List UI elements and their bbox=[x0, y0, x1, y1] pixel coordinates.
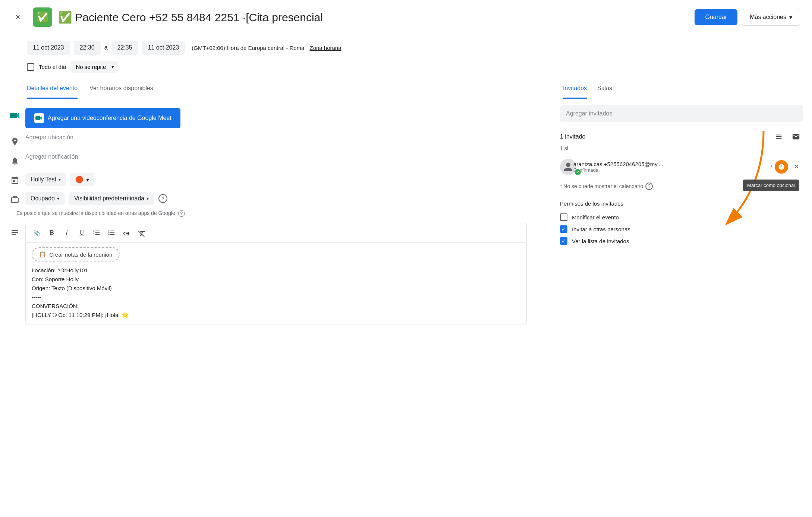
notification-field-row: Agregar notificación bbox=[0, 150, 551, 170]
mark-optional-tooltip: Marcar como opcional bbox=[743, 180, 799, 191]
meet-button[interactable]: Agregar una videoconferencia de Google M… bbox=[25, 108, 180, 128]
bullet-list-button[interactable] bbox=[105, 226, 118, 240]
start-date-chip[interactable]: 11 oct 2023 bbox=[27, 41, 70, 55]
svg-rect-9 bbox=[110, 232, 114, 233]
start-time-chip[interactable]: 22:30 bbox=[74, 41, 101, 55]
calendar-field-content: Holly Test ▾ bbox=[25, 173, 539, 186]
repeat-wrapper: No se repite bbox=[70, 61, 118, 73]
link-button[interactable] bbox=[120, 226, 133, 240]
permissions-section: Permisos de los invitados Modificar el e… bbox=[551, 194, 812, 250]
guest-buttons: * Marcar como opcional ✕ bbox=[771, 160, 803, 174]
see-guest-list-label: Ver la lista de invitados bbox=[572, 238, 629, 244]
guest-sub-count: 1 sí bbox=[551, 145, 812, 156]
svg-point-13 bbox=[108, 234, 110, 235]
svg-text:3.: 3. bbox=[93, 234, 95, 236]
add-guest-field[interactable]: Agregar invitados bbox=[560, 105, 803, 122]
help-icon[interactable]: ? bbox=[158, 194, 167, 203]
end-date-chip[interactable]: 11 oct 2023 bbox=[142, 41, 185, 55]
description-editor[interactable]: 📎 B I U 1. 2. 3. bbox=[25, 223, 527, 324]
svg-rect-4 bbox=[95, 234, 100, 235]
guest-info: arantza.cas.+525562046205@my.... Confirm… bbox=[573, 161, 766, 173]
status-selector[interactable]: Ocupado bbox=[25, 192, 64, 205]
attach-button[interactable]: 📎 bbox=[30, 226, 44, 240]
guest-actions bbox=[772, 130, 803, 144]
svg-rect-0 bbox=[10, 113, 17, 118]
color-swatch bbox=[76, 176, 83, 183]
permission-row-invite: ✓ Invitar a otras personas bbox=[560, 223, 803, 235]
description-toolbar: 📎 B I U 1. 2. 3. bbox=[26, 223, 526, 243]
remove-guest-button[interactable]: ✕ bbox=[790, 160, 803, 174]
end-time-chip[interactable]: 22:35 bbox=[111, 41, 138, 55]
main-body: Detalles del evento Ver horarios disponi… bbox=[0, 79, 812, 517]
tab-details[interactable]: Detalles del evento bbox=[27, 79, 78, 99]
invite-others-checkbox[interactable]: ✓ bbox=[560, 225, 567, 233]
briefcase-icon bbox=[9, 194, 21, 206]
meet-icon bbox=[9, 110, 21, 121]
tab-availability[interactable]: Ver horarios disponibles bbox=[89, 79, 153, 99]
meet-field-row: Agregar una videoconferencia de Google M… bbox=[0, 105, 551, 131]
description-field-row: 📎 B I U 1. 2. 3. bbox=[0, 218, 551, 329]
color-selector[interactable]: ▾ bbox=[70, 173, 94, 186]
notification-placeholder[interactable]: Agregar notificación bbox=[25, 150, 78, 164]
tab-guests[interactable]: Invitados bbox=[563, 79, 587, 99]
close-button[interactable]: × bbox=[9, 8, 27, 26]
calendar-select-row: Holly Test ▾ bbox=[25, 173, 539, 186]
svg-point-11 bbox=[108, 231, 110, 232]
title-icon: ✅ bbox=[33, 7, 52, 27]
notes-icon: 📋 bbox=[39, 251, 46, 258]
more-actions-button[interactable]: Más acciones ▾ bbox=[742, 9, 800, 26]
calendar-selector[interactable]: Holly Test bbox=[25, 173, 66, 186]
meet-field-content: Agregar una videoconferencia de Google M… bbox=[25, 108, 539, 128]
allday-checkbox[interactable] bbox=[27, 63, 34, 71]
location-field-row: Agregar ubicación bbox=[0, 131, 551, 150]
repeat-select[interactable]: No se repite bbox=[70, 61, 118, 73]
status-row: Ocupado Visibilidad predeterminada ? bbox=[25, 192, 539, 205]
guest-count: 1 invitado bbox=[551, 125, 812, 145]
chevron-down-icon: ▾ bbox=[789, 14, 792, 21]
allday-row: Todo el día No se repite bbox=[0, 58, 812, 79]
italic-button[interactable]: I bbox=[60, 226, 73, 240]
calendar-field-row: Holly Test ▾ bbox=[0, 170, 551, 189]
numbered-list-button[interactable]: 1. 2. 3. bbox=[90, 226, 103, 240]
location-field-content[interactable]: Agregar ubicación bbox=[25, 134, 539, 141]
underline-button[interactable]: U bbox=[75, 226, 88, 240]
description-text: Locación: #DrHolly101 Con: Soporte Holly… bbox=[32, 266, 520, 320]
email-guests-button[interactable] bbox=[789, 130, 803, 144]
description-area[interactable]: 📋 Crear notas de la reunión Locación: #D… bbox=[26, 243, 526, 324]
event-title: ✅ Paciente Cero +52 55 8484 2251 ·[Cita … bbox=[58, 11, 689, 24]
allday-label: Todo el día bbox=[39, 64, 66, 70]
calendar-note-help-icon[interactable]: ? bbox=[645, 183, 653, 190]
description-icon bbox=[9, 226, 21, 238]
status-field-content: Ocupado Visibilidad predeterminada ? bbox=[25, 192, 539, 205]
invite-others-label: Invitar a otras personas bbox=[572, 226, 630, 232]
see-guest-list-checkbox[interactable]: ✓ bbox=[560, 237, 567, 245]
mark-optional-button[interactable] bbox=[775, 160, 788, 174]
timezone-link[interactable]: Zona horaria bbox=[309, 45, 341, 51]
meet-logo bbox=[34, 113, 44, 123]
visibility-selector[interactable]: Visibilidad predeterminada bbox=[69, 192, 154, 205]
svg-rect-1 bbox=[35, 116, 40, 120]
modal-container: × ✅ ✅ Paciente Cero +52 55 8484 2251 ·[C… bbox=[0, 0, 812, 517]
create-notes-button[interactable]: 📋 Crear notas de la reunión bbox=[32, 247, 120, 261]
notification-icon bbox=[9, 155, 21, 167]
guest-item: ✓ arantza.cas.+525562046205@my.... Confi… bbox=[551, 156, 812, 178]
guest-status: Confirmada. bbox=[573, 167, 766, 173]
clear-format-button[interactable] bbox=[135, 226, 148, 240]
right-panel: Invitados Salas Agregar invitados 1 invi… bbox=[551, 79, 812, 517]
bold-button[interactable]: B bbox=[45, 226, 59, 240]
view-guest-list-button[interactable] bbox=[772, 130, 786, 144]
availability-help-icon[interactable]: ? bbox=[178, 210, 185, 217]
save-button[interactable]: Guardar bbox=[695, 9, 737, 25]
tab-rooms[interactable]: Salas bbox=[597, 79, 612, 99]
header-actions: Guardar Más acciones ▾ bbox=[695, 9, 800, 26]
right-tabs: Invitados Salas bbox=[551, 79, 812, 99]
asterisk-marker: * bbox=[771, 164, 772, 170]
svg-point-12 bbox=[108, 232, 110, 234]
permission-row-see-list: ✓ Ver la lista de invitados bbox=[560, 235, 803, 247]
modify-event-checkbox[interactable] bbox=[560, 213, 567, 221]
timezone-text: (GMT+02:00) Hora de Europa central - Rom… bbox=[192, 45, 304, 51]
modify-event-label: Modificar el evento bbox=[572, 214, 619, 221]
location-placeholder[interactable]: Agregar ubicación bbox=[25, 130, 73, 144]
notification-field-content[interactable]: Agregar notificación bbox=[25, 153, 539, 160]
svg-rect-2 bbox=[95, 231, 100, 231]
